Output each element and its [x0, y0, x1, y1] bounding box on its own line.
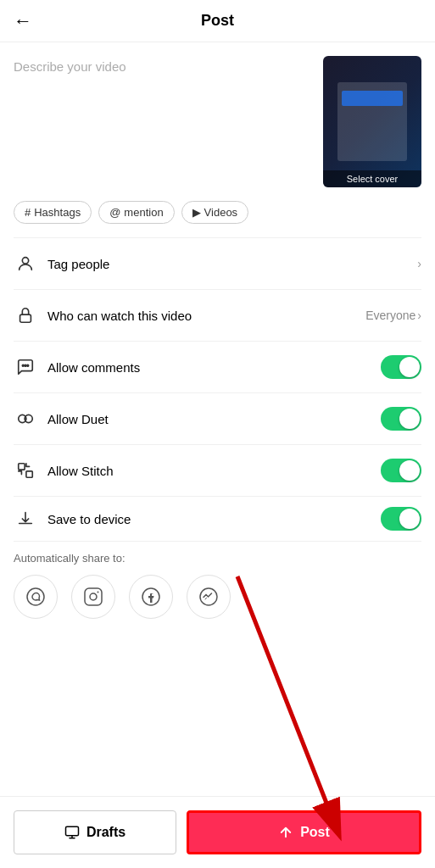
duet-icon: [14, 407, 37, 431]
svg-point-9: [27, 588, 44, 605]
toggle-knob-4: [399, 509, 420, 529]
lock-icon: [14, 303, 37, 327]
drafts-label: Drafts: [86, 825, 125, 840]
allow-duet-toggle[interactable]: [381, 407, 421, 431]
who-can-watch-value: Everyone ›: [365, 309, 421, 322]
allow-stitch-toggle[interactable]: [381, 459, 421, 482]
svg-rect-8: [26, 471, 32, 477]
svg-point-3: [25, 364, 26, 366]
svg-point-0: [22, 258, 28, 264]
allow-stitch-row: Allow Stitch: [0, 445, 435, 496]
svg-rect-1: [20, 314, 31, 322]
chevron-icon: ›: [417, 257, 421, 270]
bottom-bar: Drafts Post: [0, 796, 435, 868]
share-icons-row: [14, 575, 421, 619]
select-cover-label[interactable]: Select cover: [323, 170, 421, 187]
who-can-watch-label: Who can watch this video: [47, 309, 365, 323]
toggle-knob-3: [399, 460, 420, 481]
allow-comments-label: Allow comments: [47, 360, 381, 375]
svg-rect-15: [65, 826, 78, 836]
save-to-device-label: Save to device: [47, 512, 381, 526]
messenger-share-button[interactable]: [187, 575, 231, 619]
who-can-watch-row[interactable]: Who can watch this video Everyone ›: [0, 290, 435, 341]
hashtags-label: Hashtags: [34, 206, 81, 219]
instagram-share-button[interactable]: [71, 575, 115, 619]
toggle-knob-2: [399, 409, 420, 429]
tag-buttons-row: # Hashtags @ mention ▶ Videos: [0, 201, 435, 237]
comment-icon: [14, 355, 37, 379]
chevron-icon-2: ›: [417, 309, 421, 322]
allow-duet-label: Allow Duet: [47, 412, 381, 426]
header: ← Post: [0, 0, 435, 42]
videos-button[interactable]: ▶ Videos: [181, 201, 249, 224]
drafts-icon: [64, 825, 80, 840]
svg-point-4: [27, 364, 29, 366]
download-icon: [14, 507, 37, 531]
svg-rect-7: [19, 464, 25, 470]
video-thumbnail[interactable]: Select cover: [323, 56, 421, 187]
hashtag-icon: #: [25, 206, 31, 219]
share-label: Automatically share to:: [14, 552, 421, 565]
post-icon: [278, 825, 293, 840]
tag-people-label: Tag people: [47, 257, 417, 271]
svg-point-11: [90, 593, 97, 600]
videos-label: Videos: [204, 206, 238, 219]
mention-label: mention: [124, 206, 163, 219]
page-title: Post: [201, 12, 234, 30]
facebook-share-button[interactable]: [129, 575, 173, 619]
svg-rect-10: [85, 588, 102, 605]
save-to-device-row: Save to device: [0, 497, 435, 541]
share-section: Automatically share to:: [0, 542, 435, 629]
mention-icon: @: [109, 206, 120, 219]
post-label: Post: [300, 825, 330, 840]
svg-point-2: [22, 364, 24, 366]
post-button[interactable]: Post: [187, 810, 421, 854]
allow-stitch-label: Allow Stitch: [47, 464, 381, 478]
allow-comments-toggle[interactable]: [381, 355, 421, 379]
tag-people-row[interactable]: Tag people ›: [0, 238, 435, 289]
video-section: Describe your video Select cover: [0, 42, 435, 201]
svg-point-12: [98, 592, 99, 593]
mention-button[interactable]: @ mention: [98, 201, 174, 224]
allow-comments-row: Allow comments: [0, 342, 435, 392]
back-button[interactable]: ←: [14, 10, 32, 32]
videos-icon: ▶: [192, 206, 201, 219]
allow-duet-row: Allow Duet: [0, 393, 435, 444]
hashtags-button[interactable]: # Hashtags: [14, 201, 92, 224]
whatsapp-share-button[interactable]: [14, 575, 58, 619]
drafts-button[interactable]: Drafts: [14, 810, 176, 854]
save-to-device-toggle[interactable]: [381, 507, 421, 531]
video-description-input[interactable]: Describe your video: [14, 56, 313, 187]
person-icon: [14, 252, 37, 275]
toggle-knob: [399, 357, 420, 377]
stitch-icon: [14, 459, 37, 482]
